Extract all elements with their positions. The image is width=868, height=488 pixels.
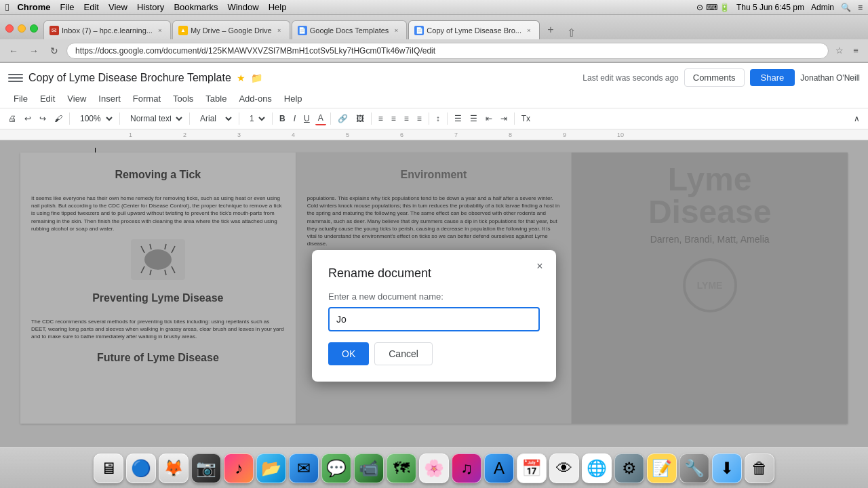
menu-user: Admin [811,3,834,12]
bookmark-icon[interactable]: ☆ [833,44,846,58]
align-right-button[interactable]: ≡ [401,113,412,125]
docs-menu-help[interactable]: Help [279,91,308,106]
dock-launchpad[interactable]: 🔵 [126,453,156,483]
link-button[interactable]: 🔗 [335,113,351,125]
undo-button[interactable]: ↩ [22,113,34,125]
menu-help[interactable]: Help [269,2,287,12]
back-button[interactable]: ← [5,43,22,59]
docs-menu-table[interactable]: Table [200,91,232,106]
maximize-button[interactable] [30,24,38,33]
menu-window[interactable]: Window [227,2,258,12]
tab-gmail[interactable]: ✉ Inbox (7) – hpc.e.learning... × [43,20,171,39]
dock-finder[interactable]: 🖥 [94,453,123,483]
docs-menu-format[interactable]: Format [127,91,166,106]
menu-chrome[interactable]: Chrome [17,2,50,12]
paint-format-button[interactable]: 🖌 [52,113,65,125]
menu-list-icon[interactable]: ≡ [858,3,863,12]
font-select[interactable]: Arial [194,111,235,126]
justify-button[interactable]: ≡ [414,113,425,125]
dialog-close-button[interactable]: × [532,258,548,274]
tab-close-lyme-doc[interactable]: × [524,26,534,35]
dock-downloads[interactable]: ⬇ [712,453,742,483]
bullet-list-button[interactable]: ☰ [452,113,465,125]
toolbar-collapse-button[interactable]: ∧ [851,113,863,125]
bold-button[interactable]: B [277,113,288,125]
dialog-name-input[interactable] [328,307,540,331]
clear-format-button[interactable]: Tx [519,113,533,125]
docs-menu-addons[interactable]: Add-ons [233,91,277,106]
dock-photos[interactable]: 🌸 [419,453,449,483]
comments-button[interactable]: Comments [684,68,745,87]
align-left-button[interactable]: ≡ [376,113,386,125]
apple-menu[interactable]:  [5,1,9,13]
tab-close-docs-templates[interactable]: × [391,26,401,35]
dock-system-prefs[interactable]: ⚙ [614,453,644,483]
docs-container: Copy of Lyme Disease Brochure Template ★… [0,63,868,447]
align-center-button[interactable]: ≡ [389,113,399,125]
new-tab-button[interactable]: + [541,20,560,39]
zoom-select[interactable]: 100% [74,111,115,126]
tab-close-drive[interactable]: × [275,26,284,35]
minimize-button[interactable] [18,24,26,33]
dock-maps[interactable]: 🗺 [387,453,416,483]
dock-music[interactable]: ♪ [224,453,254,483]
menu-file[interactable]: File [60,2,75,12]
line-spacing-button[interactable]: ↕ [433,113,443,125]
doc-content: Removing a Tick It seems like everyone h… [0,140,868,447]
docs-folder-icon[interactable]: 📁 [251,73,262,83]
address-right: ☆ ≡ [833,44,863,58]
tabs-expand-icon[interactable]: ⇧ [567,26,576,39]
dock-messages[interactable]: 💬 [321,453,351,483]
menu-view[interactable]: View [108,2,127,12]
tab-close-gmail[interactable]: × [155,26,165,35]
dock-itunes[interactable]: ♫ [452,453,481,483]
image-button[interactable]: 🖼 [353,113,367,125]
italic-button[interactable]: I [291,113,298,125]
tab-lyme-doc[interactable]: 📄 Copy of Lyme Disease Bro... × [408,20,540,39]
menu-edit[interactable]: Edit [84,2,99,12]
docs-menu-icon[interactable] [8,70,23,85]
dock-chrome[interactable]: 🌐 [582,453,612,483]
decrease-indent-button[interactable]: ⇤ [483,113,495,125]
text-color-button[interactable]: A [315,112,326,125]
address-input[interactable] [66,43,829,59]
docs-star-icon[interactable]: ★ [237,73,245,83]
docs-menu-file[interactable]: File [8,91,33,106]
tab-docs-templates[interactable]: 📄 Google Docs Templates × [292,20,408,39]
dock-facetime[interactable]: 📹 [354,453,384,483]
menu-bookmarks[interactable]: Bookmarks [174,2,218,12]
print-button[interactable]: 🖨 [5,113,19,125]
dock-files[interactable]: 📂 [256,453,286,483]
numbered-list-button[interactable]: ☰ [467,113,480,125]
dialog-cancel-button[interactable]: Cancel [374,342,433,365]
docs-menu-insert[interactable]: Insert [93,91,126,106]
font-size-select[interactable]: 11 [243,111,268,126]
redo-button[interactable]: ↪ [37,113,49,125]
ruler: 1 2 3 4 5 6 7 8 9 10 [0,129,868,140]
refresh-button[interactable]: ↻ [46,43,62,59]
share-button[interactable]: Share [750,69,795,86]
docs-menu-tools[interactable]: Tools [167,91,199,106]
menu-search-icon[interactable]: 🔍 [841,3,851,12]
dock-trash[interactable]: 🗑 [745,453,774,483]
dock-notes[interactable]: 📝 [647,453,677,483]
forward-button[interactable]: → [26,43,42,59]
close-button[interactable] [5,24,14,33]
chrome-menu-icon[interactable]: ≡ [849,44,863,58]
menu-history[interactable]: History [137,2,164,12]
dock-camera[interactable]: 📷 [191,453,221,483]
dock-appstore[interactable]: A [484,453,514,483]
toolbar-separator-9 [447,113,448,125]
dock-mail[interactable]: ✉ [289,453,319,483]
increase-indent-button[interactable]: ⇥ [498,113,510,125]
docs-menu-edit[interactable]: Edit [35,91,60,106]
tab-drive[interactable]: ▲ My Drive – Google Drive × [172,20,290,39]
style-select[interactable]: Normal text [124,111,185,126]
underline-button[interactable]: U [301,113,313,125]
dock-ical[interactable]: 📅 [517,453,547,483]
docs-menu-view[interactable]: View [62,91,92,106]
dock-preview[interactable]: 👁 [549,453,579,483]
dock-tools[interactable]: 🔧 [679,453,709,483]
dock-firefox[interactable]: 🦊 [159,453,189,483]
dialog-ok-button[interactable]: OK [328,342,369,365]
